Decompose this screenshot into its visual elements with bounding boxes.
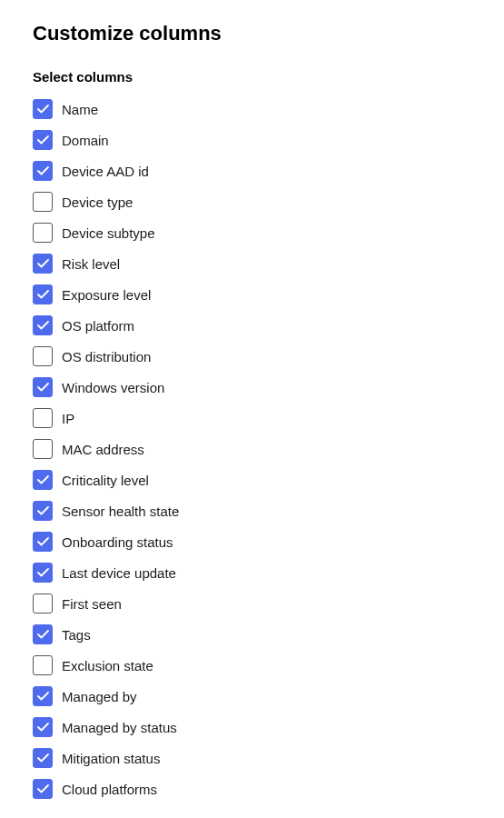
checkbox-mac-address[interactable]	[33, 439, 53, 459]
check-icon	[37, 166, 49, 175]
checkbox-label-exposure-level: Exposure level	[62, 287, 151, 303]
checkbox-onboarding-status[interactable]	[33, 532, 53, 552]
checkbox-row-last-device-update[interactable]: Last device update	[33, 557, 471, 588]
checkbox-label-managed-by-status: Managed by status	[62, 720, 177, 735]
check-icon	[37, 383, 49, 392]
checkbox-label-risk-level: Risk level	[62, 256, 120, 272]
checkbox-row-domain[interactable]: Domain	[33, 125, 471, 155]
checkbox-label-managed-by: Managed by	[62, 689, 137, 704]
checkbox-row-exclusion-state[interactable]: Exclusion state	[33, 650, 471, 681]
column-checkbox-list: NameDomainDevice AAD idDevice typeDevice…	[33, 94, 471, 804]
check-icon	[37, 475, 49, 484]
checkbox-label-cloud-platforms: Cloud platforms	[62, 782, 157, 797]
checkbox-label-ip: IP	[62, 411, 74, 426]
checkbox-row-cloud-platforms[interactable]: Cloud platforms	[33, 773, 471, 804]
checkbox-last-device-update[interactable]	[33, 563, 53, 583]
checkbox-label-os-distribution: OS distribution	[62, 349, 151, 364]
check-icon	[37, 105, 49, 114]
checkbox-label-device-subtype: Device subtype	[62, 225, 155, 241]
checkbox-label-device-type: Device type	[62, 195, 133, 210]
checkbox-os-platform[interactable]	[33, 315, 53, 335]
checkbox-first-seen[interactable]	[33, 594, 53, 614]
checkbox-label-first-seen: First seen	[62, 596, 122, 612]
checkbox-ip[interactable]	[33, 408, 53, 428]
checkbox-row-sensor-health-state[interactable]: Sensor health state	[33, 495, 471, 526]
checkbox-label-tags: Tags	[62, 627, 91, 643]
checkbox-exclusion-state[interactable]	[33, 655, 53, 675]
check-icon	[37, 537, 49, 546]
checkbox-label-os-platform: OS platform	[62, 318, 134, 334]
check-icon	[37, 692, 49, 701]
checkbox-row-ip[interactable]: IP	[33, 403, 471, 434]
checkbox-label-windows-version: Windows version	[62, 380, 164, 395]
checkbox-row-device-aad-id[interactable]: Device AAD id	[33, 155, 471, 186]
checkbox-name[interactable]	[33, 99, 53, 119]
checkbox-row-first-seen[interactable]: First seen	[33, 588, 471, 619]
check-icon	[37, 568, 49, 577]
checkbox-label-last-device-update: Last device update	[62, 565, 176, 581]
section-label: Select columns	[33, 69, 471, 85]
checkbox-domain[interactable]	[33, 130, 53, 150]
checkbox-cloud-platforms[interactable]	[33, 779, 53, 799]
checkbox-row-os-distribution[interactable]: OS distribution	[33, 341, 471, 372]
check-icon	[37, 723, 49, 732]
check-icon	[37, 135, 49, 145]
checkbox-row-device-subtype[interactable]: Device subtype	[33, 217, 471, 248]
checkbox-criticality-level[interactable]	[33, 470, 53, 490]
checkbox-row-onboarding-status[interactable]: Onboarding status	[33, 526, 471, 557]
check-icon	[37, 259, 49, 268]
checkbox-label-criticality-level: Criticality level	[62, 473, 149, 488]
checkbox-label-exclusion-state: Exclusion state	[62, 658, 153, 673]
checkbox-label-sensor-health-state: Sensor health state	[62, 504, 179, 519]
checkbox-label-onboarding-status: Onboarding status	[62, 534, 173, 550]
checkbox-label-mac-address: MAC address	[62, 442, 144, 457]
checkbox-sensor-health-state[interactable]	[33, 501, 53, 521]
check-icon	[37, 506, 49, 515]
checkbox-row-managed-by[interactable]: Managed by	[33, 681, 471, 712]
checkbox-label-device-aad-id: Device AAD id	[62, 164, 149, 179]
checkbox-row-os-platform[interactable]: OS platform	[33, 310, 471, 341]
checkbox-device-type[interactable]	[33, 192, 53, 212]
checkbox-tags[interactable]	[33, 624, 53, 644]
check-icon	[37, 321, 49, 330]
checkbox-label-domain: Domain	[62, 133, 109, 148]
check-icon	[37, 290, 49, 299]
checkbox-windows-version[interactable]	[33, 377, 53, 397]
checkbox-row-windows-version[interactable]: Windows version	[33, 372, 471, 403]
checkbox-row-device-type[interactable]: Device type	[33, 186, 471, 217]
check-icon	[37, 784, 49, 793]
checkbox-device-subtype[interactable]	[33, 223, 53, 243]
checkbox-os-distribution[interactable]	[33, 346, 53, 366]
checkbox-row-tags[interactable]: Tags	[33, 619, 471, 650]
checkbox-label-name: Name	[62, 102, 98, 117]
checkbox-device-aad-id[interactable]	[33, 161, 53, 181]
checkbox-row-mitigation-status[interactable]: Mitigation status	[33, 743, 471, 773]
checkbox-row-exposure-level[interactable]: Exposure level	[33, 279, 471, 310]
checkbox-managed-by-status[interactable]	[33, 717, 53, 737]
check-icon	[37, 630, 49, 639]
check-icon	[37, 753, 49, 763]
checkbox-row-mac-address[interactable]: MAC address	[33, 434, 471, 464]
page-title: Customize columns	[33, 22, 471, 45]
checkbox-label-mitigation-status: Mitigation status	[62, 751, 160, 766]
checkbox-row-name[interactable]: Name	[33, 94, 471, 125]
checkbox-row-risk-level[interactable]: Risk level	[33, 248, 471, 279]
checkbox-row-managed-by-status[interactable]: Managed by status	[33, 712, 471, 743]
checkbox-risk-level[interactable]	[33, 254, 53, 274]
checkbox-exposure-level[interactable]	[33, 284, 53, 304]
checkbox-mitigation-status[interactable]	[33, 748, 53, 768]
checkbox-managed-by[interactable]	[33, 686, 53, 706]
checkbox-row-criticality-level[interactable]: Criticality level	[33, 464, 471, 495]
